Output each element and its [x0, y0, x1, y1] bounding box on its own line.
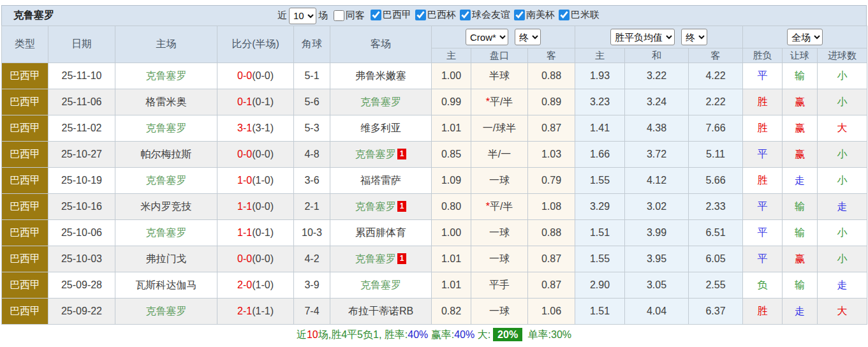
avg-odds-time-select[interactable]: 终 — [681, 29, 707, 45]
goals-result-cell: 小 — [818, 168, 867, 194]
halftime-score: (0-1) — [252, 227, 274, 238]
away-team-cell[interactable]: 布拉干蒂诺RB — [330, 299, 432, 325]
team-name[interactable]: 克鲁塞罗 — [360, 279, 401, 290]
date-cell: 25-10-06 — [48, 220, 115, 246]
team-name[interactable]: 格雷米奥 — [146, 96, 187, 107]
competition-checkbox[interactable] — [460, 10, 471, 20]
odds-company-select[interactable]: Crow* — [466, 29, 508, 45]
away-team-cell[interactable]: 维多利亚 — [330, 115, 432, 142]
line-change-star: * — [486, 96, 490, 107]
home-team-cell[interactable]: 帕尔梅拉斯 — [115, 142, 217, 168]
away-team-cell[interactable]: 克鲁塞罗1 — [330, 246, 432, 272]
score-cell: 0-1(0-1) — [217, 89, 294, 115]
corners-cell: 4-2 — [294, 246, 330, 272]
home-team-cell[interactable]: 克鲁塞罗 — [115, 299, 217, 325]
competition-filter[interactable]: 球会友谊 — [456, 9, 510, 21]
home-team-cell[interactable]: 克鲁塞罗 — [115, 168, 217, 194]
handicap-line-cell: 平手 — [471, 272, 528, 299]
handicap-result-cell: 赢 — [783, 246, 818, 272]
team-name[interactable]: 克鲁塞罗 — [146, 70, 187, 81]
goals-result-cell: 走 — [818, 272, 867, 299]
corners-cell: 2-1 — [294, 194, 330, 220]
recent-matches-select[interactable]: 10 — [289, 8, 316, 24]
away-team-cell[interactable]: 克鲁塞罗1 — [330, 194, 432, 220]
competition-checkbox[interactable] — [559, 10, 570, 20]
team-name[interactable]: 克鲁塞罗 — [355, 253, 396, 264]
corners-cell: 3-6 — [294, 168, 330, 194]
team-name[interactable]: 布拉干蒂诺RB — [348, 306, 413, 316]
home-team-cell[interactable]: 米内罗竞技 — [115, 194, 217, 220]
same-opponent-checkbox[interactable] — [334, 10, 344, 21]
home-team-cell[interactable]: 弗拉门戈 — [115, 246, 217, 272]
same-opponent-filter[interactable]: 同客 — [330, 10, 365, 22]
team-name[interactable]: 克鲁塞罗 — [355, 201, 396, 212]
competition-filter[interactable]: 巴西杯 — [411, 9, 456, 21]
away-team-cell[interactable]: 累西腓体育 — [330, 220, 432, 246]
handicap-home-odds-cell: 1.01 — [432, 272, 471, 299]
handicap-odds-group-header: Crow* 终 — [432, 26, 575, 48]
handicap-away-odds-cell: 0.88 — [528, 220, 575, 246]
competition-checkbox[interactable] — [415, 10, 426, 20]
avg-draw-odds-cell: 3.95 — [625, 246, 689, 272]
col-header-type: 类型 — [2, 26, 48, 63]
avg-away-odds-cell: 2.55 — [689, 272, 743, 299]
home-team-cell[interactable]: 克鲁塞罗 — [115, 115, 217, 142]
match-row: 巴西甲25-09-28瓦斯科达伽马2-0(1-0)3-9克鲁塞罗1.01平手0.… — [2, 272, 867, 299]
team-name[interactable]: 克鲁塞罗 — [146, 227, 187, 238]
score-cell: 3-1(3-1) — [217, 115, 294, 142]
avg-draw-odds-cell: 4.04 — [625, 299, 689, 325]
team-name[interactable]: 弗鲁米嫩塞 — [355, 70, 406, 81]
competition-filter[interactable]: 南美杯 — [510, 9, 555, 21]
team-name[interactable]: 维多利亚 — [360, 122, 401, 133]
fulltime-score: 3-1 — [237, 122, 252, 133]
team-name[interactable]: 瓦斯科达伽马 — [136, 279, 197, 290]
away-team-cell[interactable]: 克鲁塞罗 — [330, 272, 432, 299]
competition-filter[interactable]: 巴米联 — [555, 9, 600, 21]
match-row: 巴西甲25-10-06克鲁塞罗1-1(0-1)10-3累西腓体育1.00一球0.… — [2, 220, 867, 246]
handicap-odds-time-select[interactable]: 终 — [515, 29, 541, 45]
avg-draw-odds-cell: 4.12 — [625, 168, 689, 194]
team-name[interactable]: 累西腓体育 — [355, 227, 406, 238]
league-cell: 巴西甲 — [2, 89, 48, 115]
competition-filter[interactable]: 巴西甲 — [367, 9, 411, 21]
home-team-cell[interactable]: 克鲁塞罗 — [115, 220, 217, 246]
avg-away-odds-cell: 5.11 — [689, 142, 743, 168]
red-card-badge: 1 — [397, 149, 407, 159]
result-group-header: 全场 — [743, 26, 867, 48]
avg-away-odds-cell: 6.37 — [689, 299, 743, 325]
competition-checkbox[interactable] — [371, 10, 381, 20]
score-cell: 0-0(0-0) — [217, 246, 294, 272]
fulltime-score: 0-0 — [237, 70, 252, 81]
summary-segment: 单率: — [525, 329, 551, 340]
result-cell: 胜 — [743, 168, 783, 194]
team-name[interactable]: 弗拉门戈 — [146, 253, 187, 264]
avg-home-odds-cell: 1.41 — [575, 115, 625, 142]
away-team-cell[interactable]: 克鲁塞罗1 — [330, 142, 432, 168]
result-scope-select[interactable]: 全场 — [787, 29, 823, 45]
avg-draw-odds-cell: 4.38 — [625, 115, 689, 142]
col-header-away: 客场 — [330, 26, 432, 63]
team-name[interactable]: 福塔雷萨 — [360, 175, 401, 186]
avg-draw-odds-cell: 3.24 — [625, 89, 689, 115]
summary-segment: 40% — [408, 329, 428, 340]
team-name[interactable]: 克鲁塞罗 — [146, 175, 187, 186]
result-cell: 平 — [743, 220, 783, 246]
team-name[interactable]: 米内罗竞技 — [141, 201, 192, 212]
avg-odds-group-header: 胜平负均值 终 — [575, 26, 743, 48]
away-team-cell[interactable]: 弗鲁米嫩塞 — [330, 63, 432, 89]
home-team-cell[interactable]: 瓦斯科达伽马 — [115, 272, 217, 299]
home-team-cell[interactable]: 格雷米奥 — [115, 89, 217, 115]
team-name[interactable]: 克鲁塞罗 — [146, 306, 187, 316]
team-name[interactable]: 克鲁塞罗 — [360, 96, 401, 107]
team-name[interactable]: 帕尔梅拉斯 — [141, 149, 192, 159]
home-team-cell[interactable]: 克鲁塞罗 — [115, 63, 217, 89]
match-row: 巴西甲25-10-03弗拉门戈0-0(0-0)4-2克鲁塞罗11.01一球0.8… — [2, 246, 867, 272]
competition-checkbox[interactable] — [514, 10, 525, 20]
away-team-cell[interactable]: 克鲁塞罗 — [330, 89, 432, 115]
team-name[interactable]: 克鲁塞罗 — [146, 122, 187, 133]
team-name[interactable]: 克鲁塞罗 — [355, 149, 396, 159]
avg-home-odds-cell: 1.66 — [575, 142, 625, 168]
avg-odds-type-select[interactable]: 胜平负均值 — [610, 29, 675, 45]
away-team-cell[interactable]: 福塔雷萨 — [330, 168, 432, 194]
handicap-home-odds-cell: 1.09 — [432, 168, 471, 194]
